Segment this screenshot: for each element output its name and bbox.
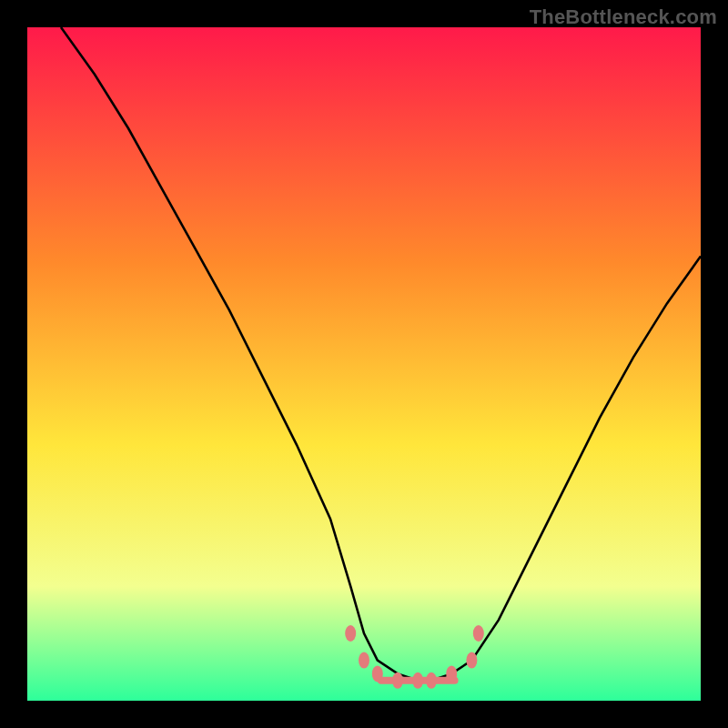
curve-marker (345, 625, 356, 642)
watermark-text: TheBottleneck.com (530, 5, 717, 29)
curve-marker (466, 652, 477, 669)
chart-frame: TheBottleneck.com (0, 0, 728, 728)
curve-marker (359, 652, 369, 669)
curve-marker (372, 665, 383, 682)
plot-svg (27, 27, 701, 701)
curve-marker (426, 672, 437, 689)
curve-marker (392, 672, 403, 689)
curve-marker (412, 672, 423, 689)
curve-marker (446, 665, 457, 682)
bottleneck-plot (27, 27, 701, 701)
curve-marker (473, 625, 484, 642)
